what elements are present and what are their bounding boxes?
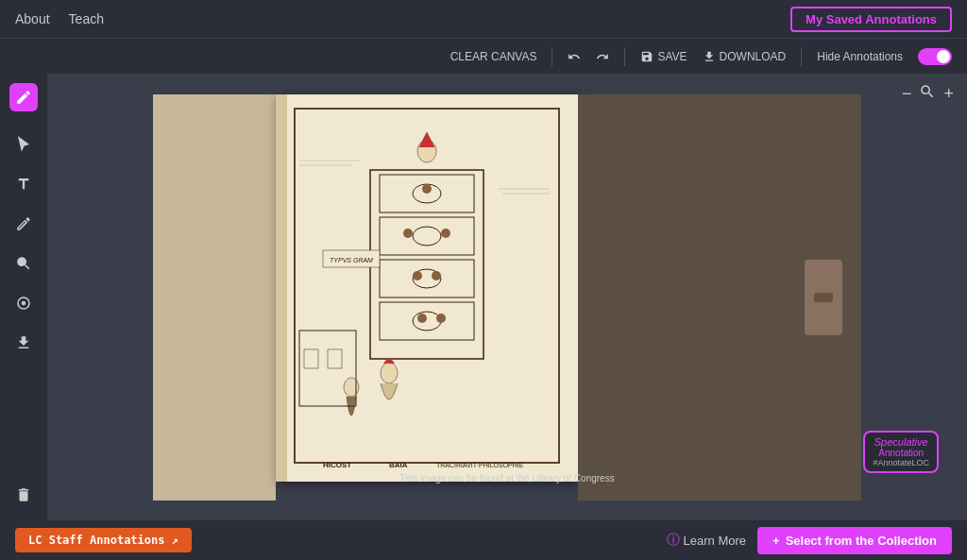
main-layout: − + — [0, 74, 967, 520]
svg-point-25 — [381, 363, 398, 383]
speculative-line3: #AnnotateLOC — [873, 458, 929, 467]
page-left — [153, 94, 276, 501]
toolbar-divider-1 — [551, 47, 552, 66]
svg-point-15 — [403, 229, 413, 238]
hide-annotations-label: Hide Annotations — [817, 50, 903, 63]
download-button[interactable]: DOWNLOAD — [703, 50, 787, 63]
stamp-tool[interactable] — [8, 287, 40, 319]
save-button[interactable]: SAVE — [640, 50, 687, 63]
svg-point-19 — [417, 314, 427, 323]
toolbar: CLEAR CANVAS SAVE DOWNLOAD Hide Annotati… — [0, 38, 967, 74]
lc-staff-annotations-button[interactable]: LC Staff Annotations ↗ — [15, 528, 192, 552]
learn-more-button[interactable]: ⓘ Learn More — [667, 532, 746, 549]
toolbar-divider-2 — [624, 47, 625, 66]
svg-text:TYPVS GRAM: TYPVS GRAM — [330, 257, 373, 263]
svg-point-14 — [422, 184, 432, 194]
zoom-out-button[interactable]: − — [902, 85, 912, 102]
info-icon: ⓘ — [667, 532, 680, 549]
svg-point-18 — [432, 271, 441, 280]
svg-point-1 — [22, 301, 26, 306]
hide-annotations-toggle[interactable] — [918, 48, 952, 65]
zoom-in-button[interactable]: + — [943, 85, 954, 102]
woodcut-page: TYPVS GRAM HICOST BA — [276, 94, 578, 482]
svg-point-20 — [436, 314, 446, 323]
delete-tool[interactable] — [8, 479, 40, 511]
canvas-area[interactable]: − + — [47, 74, 967, 520]
pen-tool[interactable] — [8, 208, 40, 240]
plus-icon: + — [772, 534, 780, 548]
book-image-container: TYPVS GRAM HICOST BA — [153, 94, 861, 501]
image-caption: This image can be found at the Library o… — [399, 473, 614, 484]
zoom-controls: − + — [902, 83, 954, 104]
top-nav: About Teach My Saved Annotations — [0, 0, 967, 38]
svg-text:HICOST: HICOST — [323, 461, 351, 469]
book-clasp — [805, 260, 842, 335]
clear-canvas-button[interactable]: CLEAR CANVAS — [450, 50, 537, 63]
teach-link[interactable]: Teach — [69, 11, 104, 26]
redo-button[interactable] — [596, 50, 609, 63]
page-right — [578, 94, 861, 501]
zoom-icon — [919, 83, 936, 104]
cursor-tool[interactable] — [8, 128, 40, 161]
svg-point-17 — [413, 271, 422, 280]
bottom-bar: LC Staff Annotations ↗ ⓘ Learn More + Se… — [0, 520, 967, 560]
svg-text:BAIA: BAIA — [389, 461, 408, 469]
highlight-tool[interactable] — [8, 247, 40, 280]
speculative-line1: Speculative — [873, 436, 929, 448]
download-sidebar-tool[interactable] — [8, 327, 40, 359]
about-link[interactable]: About — [15, 11, 50, 26]
app-logo[interactable] — [9, 83, 38, 111]
toolbar-divider-3 — [801, 47, 802, 66]
text-tool[interactable] — [8, 168, 40, 200]
my-saved-annotations-button[interactable]: My Saved Annotations — [790, 7, 952, 32]
svg-point-16 — [441, 229, 450, 238]
speculative-annotation-watermark: Speculative Annotation #AnnotateLOC — [863, 431, 939, 473]
select-collection-button[interactable]: + Select from the Collection — [757, 527, 952, 554]
svg-rect-3 — [276, 94, 287, 482]
undo-button[interactable] — [568, 50, 581, 63]
nav-links: About Teach — [15, 11, 104, 26]
svg-text:TRACIRIAVIT·PHILOSOPHIE: TRACIRIAVIT·PHILOSOPHIE — [436, 462, 524, 468]
svg-point-24 — [344, 378, 359, 397]
left-sidebar — [0, 74, 47, 520]
book-image: TYPVS GRAM HICOST BA — [153, 94, 861, 501]
bottom-right: ⓘ Learn More + Select from the Collectio… — [667, 527, 952, 554]
speculative-line2: Annotation — [873, 448, 929, 458]
